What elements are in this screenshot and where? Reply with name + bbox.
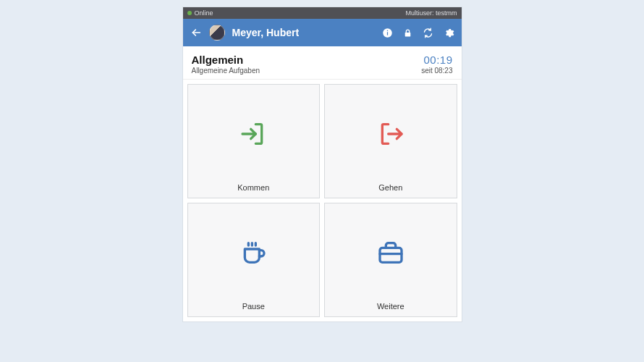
tile-label: Gehen <box>378 183 402 198</box>
tile-grid: Kommen Gehen P <box>183 80 462 321</box>
coffee-icon <box>239 238 268 267</box>
arrow-left-icon <box>190 27 202 38</box>
briefcase-icon <box>376 238 405 267</box>
tile-label: Weitere <box>377 302 404 316</box>
back-button[interactable] <box>190 27 202 38</box>
lock-icon <box>403 28 412 38</box>
svg-rect-4 <box>404 32 410 35</box>
tile-label: Pause <box>242 302 265 316</box>
info-right: 00:19 seit 08:23 <box>421 54 452 75</box>
info-left: Allgemein Allgemeine Aufgaben <box>192 54 260 75</box>
svg-rect-10 <box>380 248 402 262</box>
app-frame: Online Multiuser: testmm Meyer, Hubert <box>183 7 462 321</box>
logout-icon <box>376 119 405 148</box>
tile-pause[interactable]: Pause <box>187 203 321 317</box>
since-label: seit 08:23 <box>421 67 452 75</box>
info-icon <box>382 28 393 38</box>
avatar <box>209 25 225 41</box>
tile-label: Kommen <box>237 183 269 198</box>
svg-rect-3 <box>386 30 387 30</box>
settings-button[interactable] <box>444 28 454 38</box>
section-subtitle: Allgemeine Aufgaben <box>192 67 260 75</box>
online-dot-icon <box>187 11 192 15</box>
online-label: Online <box>195 9 213 17</box>
gear-icon <box>444 28 454 38</box>
header-user-name: Meyer, Hubert <box>232 27 375 38</box>
info-row: Allgemein Allgemeine Aufgaben 00:19 seit… <box>183 46 462 80</box>
multiuser-label: Multiuser: testmm <box>405 9 457 17</box>
svg-rect-2 <box>386 32 387 35</box>
status-online: Online <box>187 9 213 17</box>
header-bar: Meyer, Hubert <box>183 19 462 46</box>
login-icon <box>239 119 268 148</box>
header-actions <box>382 28 454 38</box>
lock-button[interactable] <box>403 28 412 38</box>
section-title: Allgemein <box>192 54 260 66</box>
tile-weitere[interactable]: Weitere <box>324 203 457 317</box>
tile-kommen[interactable]: Kommen <box>187 84 321 198</box>
sync-button[interactable] <box>423 28 433 38</box>
status-bar: Online Multiuser: testmm <box>183 7 462 19</box>
timer: 00:19 <box>421 54 452 66</box>
info-button[interactable] <box>382 28 393 38</box>
sync-icon <box>423 28 433 38</box>
tile-gehen[interactable]: Gehen <box>324 84 457 198</box>
